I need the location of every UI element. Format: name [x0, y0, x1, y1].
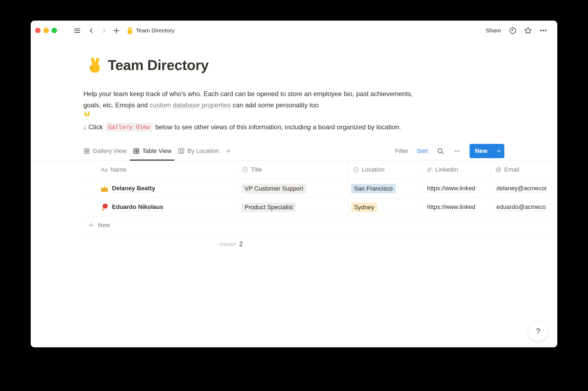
linkedin-link[interactable]: https://www.linked — [427, 203, 475, 211]
email-link[interactable]: eduardo@acmeco — [496, 203, 546, 211]
gallery-view-code-chip: Gallery View — [106, 123, 153, 132]
linkedin-cell[interactable]: https://www.linked — [422, 179, 491, 198]
clock-icon — [509, 27, 517, 35]
search-icon — [437, 147, 444, 155]
tab-label: By Location — [187, 147, 219, 155]
callout-prefix: ↓ Click — [83, 123, 103, 131]
minimize-window-button[interactable] — [43, 28, 49, 33]
back-button[interactable] — [86, 25, 97, 36]
updates-button[interactable] — [507, 25, 518, 36]
new-row-button[interactable]: New — [83, 216, 557, 234]
traffic-lights — [35, 28, 57, 33]
titlebar-page-title[interactable]: Team Directory — [136, 27, 174, 34]
sort-button[interactable]: Sort — [417, 147, 428, 155]
title-tag[interactable]: VP Customer Support — [242, 184, 306, 193]
text-property-icon: Aa — [101, 167, 108, 173]
column-header-linkedin[interactable]: LinkedIn — [422, 161, 491, 179]
plus-icon — [87, 222, 95, 229]
location-cell[interactable]: Sydney — [349, 198, 422, 216]
name-cell[interactable]: Delaney Beatty — [83, 179, 238, 198]
team-directory-table: Aa Name Title Location — [83, 161, 557, 234]
page-title-block[interactable]: Team Directory — [83, 57, 209, 73]
select-property-icon — [353, 167, 359, 173]
location-tag[interactable]: San Francisco — [351, 184, 396, 193]
close-window-button[interactable] — [35, 28, 41, 33]
star-icon — [524, 26, 532, 35]
description-line2-suffix: can add some personality too — [231, 101, 319, 109]
linkedin-cell[interactable]: https://www.linked — [422, 198, 491, 216]
view-options-button[interactable] — [453, 147, 461, 155]
view-toolbar: Filter Sort New — [395, 141, 505, 161]
help-button[interactable]: ? — [528, 321, 548, 341]
location-tag[interactable]: Sydney — [351, 203, 377, 212]
employee-name-link[interactable]: Delaney Beatty — [112, 185, 155, 192]
column-label: Name — [110, 166, 126, 173]
ellipsis-icon — [539, 26, 547, 35]
custom-database-properties-link[interactable]: custom database properties — [149, 101, 231, 109]
tab-label: Table View — [142, 147, 171, 155]
employee-name-link[interactable]: Eduardo Nikolaus — [112, 203, 163, 211]
tab-by-location[interactable]: By Location — [175, 141, 222, 160]
description-line2-prefix: goals, etc. Emojis and — [83, 101, 149, 109]
count-label: COUNT — [220, 242, 236, 247]
tab-table-view[interactable]: Table View — [130, 141, 175, 160]
column-label: LinkedIn — [435, 166, 458, 173]
tab-gallery-view[interactable]: Gallery View — [80, 141, 130, 160]
filter-button[interactable]: Filter — [395, 147, 409, 155]
title-tag[interactable]: Product Specialist — [242, 203, 296, 212]
title-cell[interactable]: Product Specialist — [238, 198, 349, 216]
zoom-window-button[interactable] — [52, 28, 57, 33]
title-cell[interactable]: VP Customer Support — [238, 179, 349, 198]
column-label: Title — [251, 166, 262, 173]
page-emoji victory-hand-emoji[interactable] — [87, 57, 103, 73]
callout-suffix: below to see other views of this informa… — [155, 123, 401, 131]
at-property-icon: @ — [495, 166, 501, 173]
more-options-button[interactable] — [538, 25, 549, 36]
link-property-icon — [426, 167, 432, 173]
crown-emoji — [100, 185, 109, 193]
column-header-name[interactable]: Aa Name — [83, 161, 238, 179]
favorite-button[interactable] — [522, 25, 534, 36]
description-line1: Help your team keep track of who's who. … — [83, 90, 413, 97]
add-view-button[interactable] — [225, 147, 232, 155]
email-link[interactable]: delaney@acmecor — [496, 185, 547, 192]
ping-pong-emoji — [100, 203, 109, 211]
chevron-right-icon — [100, 27, 107, 34]
new-button[interactable]: New — [470, 144, 493, 158]
name-cell[interactable]: Eduardo Nikolaus — [83, 198, 238, 216]
table-row: Eduardo Nikolaus Product Specialist Sydn… — [83, 198, 557, 216]
desktop-background: Team Directory Share — [0, 0, 588, 391]
new-dropdown-button[interactable] — [493, 144, 504, 158]
sidebar-toggle-button[interactable] — [72, 25, 83, 36]
table-row: Delaney Beatty VP Customer Support San F… — [83, 179, 557, 198]
callout-line: ↓ Click Gallery View below to see other … — [83, 123, 401, 132]
page-description: Help your team keep track of who's who. … — [83, 88, 489, 117]
new-page-button[interactable] — [111, 25, 122, 36]
chevron-down-icon — [496, 148, 502, 154]
board-icon — [178, 148, 185, 154]
hamburger-icon — [74, 27, 81, 34]
page-title[interactable]: Team Directory — [108, 57, 209, 73]
search-button[interactable] — [436, 147, 445, 155]
email-cell[interactable]: eduardo@acmeco — [491, 198, 557, 216]
column-header-email[interactable]: @ Email — [491, 161, 557, 179]
column-header-location[interactable]: Location — [349, 161, 422, 179]
ellipsis-icon — [454, 147, 461, 155]
share-button[interactable]: Share — [484, 26, 503, 35]
email-cell[interactable]: delaney@acmecor — [491, 179, 557, 198]
count-footer[interactable]: COUNT 2 — [83, 238, 243, 250]
count-value: 2 — [239, 241, 243, 248]
titlebar-page-emoji victory-hand-emoji — [126, 27, 134, 34]
raising-hands-emoji — [83, 111, 489, 117]
notion-window: Team Directory Share — [31, 21, 557, 347]
titlebar-actions: Share — [484, 25, 549, 36]
location-cell[interactable]: San Francisco — [349, 179, 422, 198]
forward-button[interactable] — [99, 25, 109, 36]
gallery-icon — [83, 148, 90, 154]
column-header-title[interactable]: Title — [238, 161, 349, 179]
new-button-group: New — [470, 144, 504, 158]
select-property-icon — [242, 167, 248, 173]
linkedin-link[interactable]: https://www.linked — [427, 185, 475, 192]
chevron-left-icon — [88, 27, 95, 34]
new-row-label: New — [98, 222, 110, 229]
